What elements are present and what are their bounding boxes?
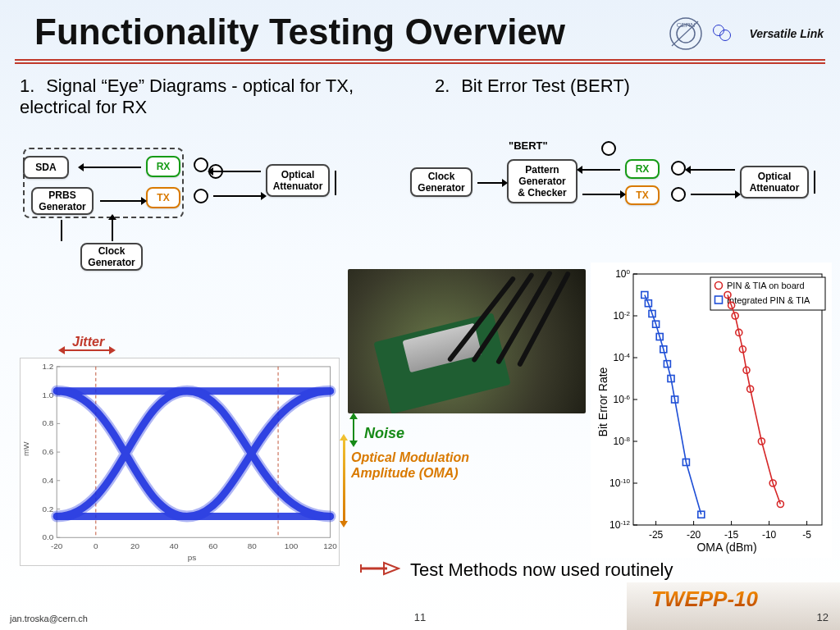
routinely-text: Test Methods now used routinely: [410, 559, 673, 581]
noise-arrow-icon: [353, 418, 354, 441]
optical-port-icon: [601, 141, 616, 156]
jitter-arrow-icon: [64, 349, 110, 351]
brand-label: Versatile Link: [749, 27, 824, 40]
svg-text:0.8: 0.8: [42, 418, 53, 427]
svg-text:-25: -25: [649, 529, 664, 541]
svg-text:-5: -5: [802, 529, 811, 541]
item1-number: 1.: [20, 75, 41, 97]
svg-text:0: 0: [94, 541, 98, 550]
svg-text:20: 20: [130, 541, 140, 550]
item1-text: Signal “Eye” Diagrams - optical for TX, …: [20, 75, 354, 117]
eye-diagram-chart: 0.00.20.40.60.81.01.2 -20020406080100120…: [20, 358, 340, 566]
connector: [61, 220, 62, 241]
footer-email: jan.troska@cern.ch: [10, 614, 88, 623]
svg-text:PIN & TIA on board: PIN & TIA on board: [727, 281, 805, 290]
connector: [582, 169, 620, 171]
arrow-right-icon: [359, 561, 400, 576]
svg-text:120: 120: [323, 541, 337, 550]
item2-number: 2.: [435, 75, 456, 97]
box-clock: Clock Generator: [80, 243, 143, 271]
box-tx: TX: [146, 187, 180, 208]
svg-text:1.2: 1.2: [42, 362, 53, 371]
page-number-right: 12: [817, 611, 829, 623]
box-prbs: PRBS Generator: [31, 187, 94, 215]
jitter-label: Jitter: [72, 335, 104, 349]
box-rx: RX: [146, 156, 180, 177]
connector: [213, 195, 261, 197]
optical-port-icon: [671, 187, 686, 202]
svg-text:100: 100: [285, 541, 299, 550]
connector: [477, 182, 502, 184]
svg-text:10-12: 10-12: [609, 519, 630, 532]
box-clock2: Clock Generator: [410, 167, 472, 197]
svg-text:OMA (dBm): OMA (dBm): [696, 541, 756, 554]
hardware-photo: [348, 269, 586, 413]
list-item-1: 1. Signal “Eye” Diagrams - optical for T…: [20, 75, 364, 118]
noise-label: Noise: [364, 425, 404, 442]
svg-text:100: 100: [615, 268, 630, 281]
cern-logo-icon: CERN: [667, 15, 705, 52]
header-right: CERN Versatile Link: [667, 15, 824, 52]
svg-text:10-2: 10-2: [614, 310, 631, 322]
box-optical-attenuator2: Optical Attenuator: [740, 166, 809, 199]
svg-text:0.4: 0.4: [42, 476, 53, 485]
ber-chart: Bit Error Rate OMA (dBm) 10010-210-410-6…: [591, 262, 832, 558]
svg-text:mW: mW: [21, 441, 30, 456]
box-pattern: Pattern Generator & Checker: [507, 159, 578, 203]
connector: [335, 171, 336, 195]
box-sda: SDA: [23, 156, 69, 179]
svg-text:10-10: 10-10: [609, 477, 630, 490]
versatile-link-icon: [713, 25, 737, 43]
connector: [691, 194, 735, 195]
bert-label: "BERT": [509, 139, 548, 152]
svg-text:-15: -15: [724, 529, 739, 541]
svg-rect-31: [633, 274, 822, 525]
connector: [582, 194, 620, 195]
svg-text:10-4: 10-4: [614, 352, 631, 364]
page-number: 11: [414, 611, 426, 623]
box-optical-attenuator: Optical Attenuator: [266, 164, 330, 197]
box-tx2: TX: [625, 185, 660, 205]
svg-text:-10: -10: [762, 529, 777, 541]
svg-text:0.0: 0.0: [42, 532, 53, 541]
connector: [691, 169, 735, 171]
conference-logo: TWEPP-10: [651, 587, 758, 612]
svg-text:0.6: 0.6: [42, 447, 53, 456]
title-underline: [15, 59, 825, 64]
connector: [814, 171, 815, 194]
optical-port-icon: [671, 161, 686, 176]
svg-text:0.2: 0.2: [42, 504, 53, 514]
block-diagram-bert: "BERT" Clock Generator Pattern Generator…: [410, 153, 829, 259]
oma-label: Optical Modulation Amplitude (OMA): [351, 450, 469, 481]
connector: [112, 220, 113, 241]
optical-port-icon: [194, 158, 208, 172]
svg-text:10-8: 10-8: [614, 436, 631, 448]
svg-text:40: 40: [170, 541, 180, 550]
box-rx2: RX: [625, 159, 660, 179]
svg-text:60: 60: [208, 541, 218, 550]
svg-text:Bit Error Rate: Bit Error Rate: [596, 367, 609, 436]
svg-text:80: 80: [248, 541, 258, 550]
connector: [213, 171, 261, 172]
item2-text: Bit Error Test (BERT): [461, 75, 630, 96]
svg-text:ps: ps: [188, 553, 197, 562]
connector: [100, 200, 141, 202]
svg-text:Integrated PIN & TIA: Integrated PIN & TIA: [727, 295, 810, 305]
optical-port-icon: [194, 189, 208, 203]
oma-arrow-icon: [343, 440, 345, 522]
svg-text:-20: -20: [687, 529, 701, 541]
connector: [84, 167, 141, 168]
block-diagram-eye: SDA PRBS Generator Clock Generator RX TX…: [23, 153, 384, 284]
svg-text:-20: -20: [51, 541, 63, 550]
svg-text:10-6: 10-6: [614, 394, 631, 406]
list-item-2: 2. Bit Error Test (BERT): [435, 75, 796, 97]
svg-text:CERN: CERN: [677, 21, 696, 29]
